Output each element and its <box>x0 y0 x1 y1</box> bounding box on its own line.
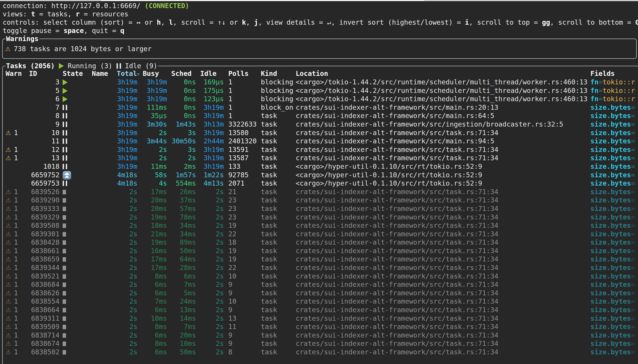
field-equals: = <box>631 196 635 204</box>
idle-pause-icon <box>63 113 67 118</box>
task-busy-cell: 2s <box>141 128 167 137</box>
task-location-cell: crates/sui-indexer-alt-framework/src/tas… <box>296 204 498 213</box>
column-header-state[interactable]: State <box>63 69 83 78</box>
task-idle-cell: 2s <box>198 196 224 204</box>
task-idle-cell: 3h13m <box>198 120 224 128</box>
column-header-sched[interactable]: Sched <box>171 69 192 78</box>
completed-stop-icon <box>63 299 66 304</box>
task-polls-cell: 1 <box>228 112 232 120</box>
task-location-cell: crates/sui-indexer-alt-framework/src/tas… <box>296 314 498 323</box>
task-row[interactable]: ⚠168386742s8ms10ms2s9taskcrates/sui-inde… <box>3 339 638 348</box>
task-sched-cell: 554ms <box>170 179 196 188</box>
task-row[interactable]: ⚠168384282s19ms89ms2s18taskcrates/sui-in… <box>3 238 638 247</box>
task-row[interactable]: 33h19m3h19m0ns169µs1blocking<cargo>/toki… <box>3 78 638 86</box>
task-busy-cell: 58s <box>141 171 167 179</box>
field-key: size.bytes <box>590 306 631 314</box>
column-header-busy[interactable]: Busy <box>143 69 159 78</box>
task-kind-cell: task <box>261 264 277 272</box>
column-header-idle[interactable]: Idle <box>200 69 216 78</box>
warning-triangle-icon: ⚠ <box>6 297 11 306</box>
task-row[interactable]: 63h19m3h19m0ns123µs1blocking<cargo>/toki… <box>3 95 638 103</box>
task-total-cell: 2s <box>98 213 138 222</box>
key-binding: gg <box>542 18 550 26</box>
task-row[interactable]: ⚠168386642s6ms13ms2s9taskcrates/sui-inde… <box>3 306 638 314</box>
task-row[interactable]: ⚠168386612s16ms50ms2s19taskcrates/sui-in… <box>3 247 638 255</box>
task-kind-cell: blocking <box>261 78 294 86</box>
task-row[interactable]: ⚠168395212s8ms6ms2s10taskcrates/sui-inde… <box>3 272 638 280</box>
task-row[interactable]: ⚠168385022s6ms50ms2s8taskcrates/sui-inde… <box>3 348 638 356</box>
field-key: size.bytes <box>590 289 631 297</box>
column-header-kind[interactable]: Kind <box>261 69 277 78</box>
task-row[interactable]: ⚠1123h19m2s3s3h19m13591taskcrates/sui-in… <box>3 146 638 154</box>
task-sched-cell: 3s <box>170 146 196 154</box>
task-id-cell: 9 <box>22 120 76 128</box>
task-row[interactable]: 66597524m18s58s1m57s1m22s92785task<cargo… <box>3 171 638 179</box>
tasks-table-body: 33h19m3h19m0ns169µs1blocking<cargo>/toki… <box>3 78 638 364</box>
task-row[interactable]: 93h19m3m30s1m43s3h13m3322633taskcrates/s… <box>3 120 638 128</box>
column-header-id[interactable]: ID <box>29 69 37 78</box>
task-location-cell: <cargo>/hyper-util-0.1.10/src/rt/tokio.r… <box>296 162 482 171</box>
task-busy-cell: 2s <box>141 146 167 154</box>
task-polls-cell: 21 <box>228 188 236 196</box>
task-polls-cell: 9 <box>228 289 232 297</box>
task-row[interactable]: 10183h19m11ms2ms3h19m133task<cargo>/hype… <box>3 162 638 171</box>
task-row[interactable]: 73h19m111ms0ns3h19m1block_oncrates/sui-i… <box>3 103 638 112</box>
task-row[interactable]: ⚠1133h19m2s2s3h19m13587taskcrates/sui-in… <box>3 154 638 162</box>
task-total-cell: 2s <box>98 196 138 204</box>
task-row[interactable]: 83h19m35µs0ns3h19m1taskcrates/sui-indexe… <box>3 112 638 120</box>
task-kind-cell: task <box>261 221 277 230</box>
field-key: size.bytes <box>590 264 631 272</box>
column-header-location[interactable]: Location <box>296 69 328 78</box>
task-location-cell: crates/sui-indexer-alt-framework/src/tas… <box>296 331 498 340</box>
task-total-cell: 2s <box>98 247 138 255</box>
field-key: size.bytes <box>590 171 631 179</box>
column-header-polls[interactable]: Polls <box>228 69 248 78</box>
task-row[interactable]: ⚠168386592s17ms64ms2s19taskcrates/sui-in… <box>3 255 638 264</box>
warning-triangle-icon: ⚠ <box>6 255 11 264</box>
field-key: size.bytes <box>590 280 631 288</box>
tokio-console-screen: connection: http://127.0.0.1:6669/ (CONN… <box>0 0 638 364</box>
warning-triangle-icon: ⚠ <box>6 264 11 272</box>
task-row[interactable]: ⚠168392902s20ms37ms2s23taskcrates/sui-in… <box>3 196 638 204</box>
task-id-cell: 6839290 <box>22 196 60 204</box>
task-row[interactable]: ⚠168386262s6ms5ms2s9taskcrates/sui-index… <box>3 289 638 297</box>
task-row[interactable]: ⚠168393292s19ms78ms2s23taskcrates/sui-in… <box>3 213 638 222</box>
task-row[interactable]: ⚠168393442s17ms28ms2s22taskcrates/sui-in… <box>3 264 638 272</box>
task-row[interactable]: ⚠168385542s7ms24ms2s10taskcrates/sui-ind… <box>3 297 638 306</box>
task-total-cell: 3h19m <box>98 162 138 171</box>
field-equals: = <box>631 331 635 339</box>
column-header-name[interactable]: Name <box>92 69 108 78</box>
task-row[interactable]: ⚠168386842s6ms7ms2s9taskcrates/sui-index… <box>3 280 638 289</box>
warning-triangle-icon: ⚠ <box>6 188 11 196</box>
help-text: = tasks, <box>35 10 76 18</box>
column-header-fields[interactable]: Fields <box>590 69 615 78</box>
task-state-cell <box>63 196 66 204</box>
task-row[interactable]: ⚠168395082s18ms34ms2s19taskcrates/sui-in… <box>3 221 638 230</box>
task-fields-cell: fn=tokio::r <box>590 78 635 86</box>
task-state-cell <box>63 247 66 255</box>
completed-stop-icon <box>63 249 66 253</box>
idle-pause-icon <box>63 164 67 169</box>
task-row[interactable]: ⚠168395092s8ms7ms2s11taskcrates/sui-inde… <box>3 322 638 331</box>
task-id-cell: 12 <box>22 146 76 154</box>
task-total-cell: 2s <box>98 314 138 323</box>
column-header-total[interactable]: Total▿ <box>117 69 140 79</box>
column-header-warn[interactable]: Warn <box>6 69 22 78</box>
task-fields-cell: size.bytes= <box>590 137 635 146</box>
task-row[interactable]: 113h19m3m44s30m50s2h44m2401320taskcrates… <box>3 137 638 146</box>
task-row[interactable]: ⚠168387142s6ms20ms2s9taskcrates/sui-inde… <box>3 331 638 340</box>
task-row[interactable]: 66597534m18s4s554ms4m13s2071task<cargo>/… <box>3 179 638 188</box>
task-total-cell: 4m18s <box>98 171 138 179</box>
task-row[interactable]: ⚠168393112s10ms14ms2s13taskcrates/sui-in… <box>3 314 638 323</box>
task-row[interactable]: ⚠168393012s21ms34ms2s22taskcrates/sui-in… <box>3 230 638 238</box>
task-location-cell: crates/sui-indexer-alt-framework/src/tas… <box>296 348 498 356</box>
task-idle-cell: 2s <box>198 314 224 323</box>
task-row[interactable]: ⚠1103h19m2s3s3h19m13580taskcrates/sui-in… <box>3 128 638 137</box>
task-fields-cell: size.bytes= <box>590 348 635 356</box>
sort-direction-icon: ▿ <box>137 72 140 77</box>
task-warn-count: 1 <box>14 255 18 264</box>
task-row[interactable]: ⚠168393332s20ms57ms2s23taskcrates/sui-in… <box>3 204 638 213</box>
task-fields-cell: fn=tokio::r <box>590 95 635 103</box>
task-row[interactable]: 53h19m3h19m0ns175µs1blocking<cargo>/toki… <box>3 86 638 95</box>
task-row[interactable]: ⚠168395262s17ms26ms2s21taskcrates/sui-in… <box>3 188 638 196</box>
